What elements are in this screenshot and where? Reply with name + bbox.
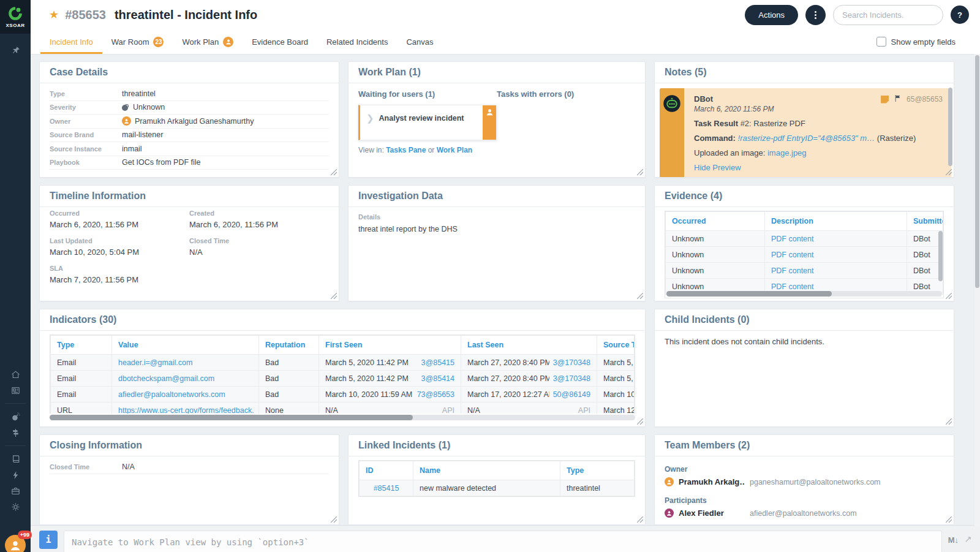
settings-gear-icon[interactable] (0, 499, 31, 515)
indicator-value-link[interactable]: afiedler@paloaltonetworks.com (118, 390, 225, 399)
evidence-row[interactable]: UnknownPDF contentDBot (666, 247, 943, 263)
playbooks-icon[interactable] (0, 451, 31, 467)
indicator-value-link[interactable]: dbotcheckspam@gmail.com (118, 374, 214, 383)
tab-canvas[interactable]: Canvas (397, 29, 442, 54)
help-button[interactable]: ? (951, 6, 969, 24)
note-icon[interactable] (881, 96, 889, 104)
panel-work-plan: Work Plan (1) Waiting for users (1) ❯ An… (348, 61, 646, 178)
note-entry: DBot March 6, 2020 11:56 PM 65@85653 Tas… (660, 88, 951, 178)
pdf-content-link[interactable]: PDF content (771, 267, 813, 275)
dashboards-icon[interactable] (0, 382, 31, 398)
indicators-col-reputation[interactable]: Reputation (259, 336, 319, 355)
notes-scrollbar[interactable] (948, 88, 952, 166)
pdf-content-link[interactable]: PDF content (771, 282, 813, 291)
resize-handle[interactable] (946, 169, 952, 175)
pdf-content-link[interactable]: PDF content (771, 235, 813, 243)
indicators-col-last-seen[interactable]: Last Seen (461, 336, 597, 355)
user-avatar[interactable]: +99 (5, 535, 26, 552)
page-scrollbar-thumb[interactable] (975, 55, 979, 288)
linked-incident-link[interactable]: #85415 (374, 484, 399, 493)
resize-handle[interactable] (331, 293, 337, 299)
panel-timeline: Timeline Information OccurredMarch 6, 20… (39, 185, 339, 301)
show-empty-fields-checkbox[interactable] (876, 37, 886, 47)
cli-prompt-icon[interactable]: i (39, 531, 58, 549)
linked-col-name[interactable]: Name (413, 461, 560, 480)
field-source-brand: Source Brandmail-listener (50, 129, 329, 143)
pin-icon[interactable] (0, 42, 31, 58)
linked-col-id[interactable]: ID (360, 461, 413, 480)
task-chevron-icon: ❯ (366, 113, 374, 124)
markdown-icon[interactable]: M↓ (948, 535, 959, 545)
command-link[interactable]: !rasterize-pdf EntryID="4@85653" m… (738, 134, 875, 143)
resize-handle[interactable] (946, 418, 952, 425)
evidence-vertical-scrollbar[interactable] (938, 231, 943, 281)
indicator-value-link[interactable]: https://www.us-cert.gov/forms/feedback. (118, 406, 254, 414)
evidence-row[interactable]: UnknownPDF contentDBot (666, 263, 943, 279)
linked-incident-row[interactable]: #85415 new malware detected threatintel (360, 480, 635, 496)
page-scrollbar[interactable] (974, 54, 980, 526)
entry-link[interactable]: 3@85414 (421, 374, 454, 383)
resize-handle[interactable] (637, 516, 643, 523)
home-icon[interactable] (0, 366, 31, 382)
indicators-col-value[interactable]: Value (112, 336, 259, 355)
tab-evidence-board[interactable]: Evidence Board (243, 29, 317, 54)
evidence-table: Occurred Description Submitter UnknownPD… (665, 211, 944, 298)
indicator-row[interactable]: Email dbotcheckspam@gmail.com Bad March … (51, 371, 635, 387)
note-command: Command: !rasterize-pdf EntryID="4@85653… (694, 134, 943, 143)
indicators-col-first-seen[interactable]: First Seen (319, 336, 461, 355)
entry-link[interactable]: 73@85653 (417, 390, 454, 399)
show-empty-fields: Show empty fields (876, 29, 980, 54)
flag-icon[interactable] (894, 94, 902, 104)
jobs-briefcase-icon[interactable] (0, 483, 31, 499)
evidence-col-occurred[interactable]: Occurred (666, 212, 765, 231)
field-owner: OwnerPramukh Arkalgud Ganeshamurthy (50, 115, 329, 129)
xsoar-logo[interactable]: XSOAR (0, 0, 31, 34)
user-menu[interactable]: +99 (5, 535, 26, 552)
resize-handle[interactable] (637, 293, 643, 299)
tab-related-incidents[interactable]: Related Incidents (317, 29, 397, 54)
entry-link[interactable]: 3@170348 (553, 374, 590, 383)
expand-icon[interactable] (965, 534, 971, 545)
indicator-row[interactable]: URL https://www.us-cert.gov/forms/feedba… (51, 403, 635, 414)
incidents-bomb-icon[interactable] (0, 409, 31, 425)
tasks-pane-link[interactable]: Tasks Pane (386, 146, 426, 154)
entry-link[interactable]: 3@85415 (421, 358, 454, 367)
tab-work-plan[interactable]: Work Plan (173, 29, 243, 54)
indicator-row[interactable]: Email afiedler@paloaltonetworks.com Bad … (51, 387, 635, 403)
cli-input[interactable]: Navigate to Work Plan view by using `opt… (64, 531, 942, 552)
work-plan-title: Work Plan (1) (358, 67, 421, 78)
task-card[interactable]: ❯ Analyst review incident (358, 105, 497, 140)
work-plan-link[interactable]: Work Plan (437, 146, 472, 154)
resize-handle[interactable] (946, 293, 952, 299)
tab-incident-info[interactable]: Incident Info (40, 29, 102, 54)
hide-preview-link[interactable]: Hide Preview (694, 163, 741, 172)
indicators-title: Indicators (30) (50, 314, 116, 325)
resize-handle[interactable] (637, 418, 643, 425)
tab-war-room[interactable]: War Room23 (102, 29, 173, 54)
evidence-col-description[interactable]: Description (765, 212, 907, 231)
favorite-star-icon[interactable]: ★ (49, 8, 59, 21)
automation-bolt-icon[interactable] (0, 467, 31, 483)
entry-link[interactable]: 3@170348 (553, 358, 590, 367)
image-link[interactable]: image.jpeg (767, 148, 807, 157)
more-options-button[interactable] (805, 5, 826, 25)
linked-col-type[interactable]: Type (560, 461, 635, 480)
indicators-col-type[interactable]: Type (51, 336, 112, 355)
evidence-row[interactable]: UnknownPDF contentDBot (666, 231, 943, 247)
entry-link[interactable]: 50@86149 (553, 390, 590, 399)
evidence-col-submitter[interactable]: Submitter (907, 212, 943, 231)
indicators-col-source-time[interactable]: Source Time (597, 336, 635, 355)
indicators-signpost-icon[interactable] (0, 425, 31, 440)
indicator-value-link[interactable]: header.i=@gmail.com (118, 358, 192, 367)
indicators-horizontal-scrollbar[interactable] (50, 415, 635, 420)
resize-handle[interactable] (946, 516, 952, 523)
resize-handle[interactable] (331, 169, 337, 175)
pdf-content-link[interactable]: PDF content (771, 251, 813, 259)
evidence-horizontal-scrollbar[interactable] (666, 291, 942, 297)
indicator-row[interactable]: Email header.i=@gmail.com Bad March 5, 2… (51, 355, 635, 371)
search-input[interactable] (833, 5, 943, 25)
resize-handle[interactable] (637, 169, 643, 175)
resize-handle[interactable] (331, 516, 337, 523)
actions-button[interactable]: Actions (745, 5, 798, 25)
notes-title: Notes (5) (665, 67, 706, 78)
